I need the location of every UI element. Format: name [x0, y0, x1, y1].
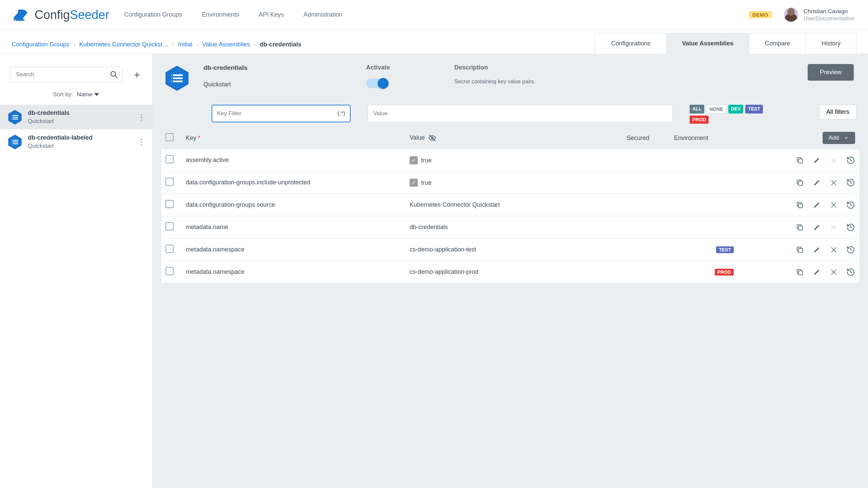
subheader: Configuration Groups › Kubernetes Connec… — [0, 30, 868, 54]
svg-marker-16 — [94, 93, 99, 96]
copy-button[interactable] — [795, 268, 804, 277]
row-checkbox[interactable] — [165, 222, 174, 230]
tab-compare[interactable]: Compare — [749, 33, 806, 54]
delete-button[interactable] — [829, 201, 838, 209]
user-menu[interactable]: Christian Cavegn UserDocumentation — [784, 7, 854, 22]
env-filter-chips: ALL NONE DEV TEST PROD — [690, 105, 764, 124]
row-checkbox[interactable] — [165, 267, 174, 275]
nav-config-groups[interactable]: Configuration Groups — [124, 11, 182, 18]
crumb-sep: › — [195, 42, 200, 47]
brand-config: Config — [35, 8, 70, 22]
delete-button[interactable] — [829, 245, 838, 254]
history-button[interactable] — [846, 178, 855, 187]
checked-icon — [410, 156, 418, 164]
edit-button[interactable] — [812, 223, 821, 232]
table-row: metadata.namespace cs-demo-application-p… — [161, 261, 859, 283]
cell-key: data.configuration-groups.source — [182, 194, 406, 216]
sort-control[interactable]: Sort by: Name — [0, 82, 152, 105]
sidebar-item-menu[interactable]: ⋮ — [137, 113, 145, 122]
sidebar-item-db-credentials[interactable]: db-credentials Quickstart ⋮ — [0, 105, 152, 129]
delete-button — [829, 156, 838, 165]
chip-all[interactable]: ALL — [690, 105, 704, 114]
crumb-initial[interactable]: Initial — [178, 41, 193, 48]
add-button[interactable]: Add — [823, 132, 855, 144]
content: db-credentials Quickstart Activate Descr… — [153, 54, 868, 488]
cell-value: Kubernetes Connector Quickstart — [410, 201, 500, 208]
crumb-value-assemblies[interactable]: Value Assemblies — [202, 41, 250, 48]
sidebar-item-db-credentials-labeled[interactable]: db-credentials-labeled Quickstart ⋮ — [0, 129, 152, 154]
cell-key: data.configuration-groups.include-unprot… — [182, 171, 406, 194]
search-input[interactable] — [16, 71, 110, 78]
tab-history[interactable]: History — [806, 33, 856, 54]
description-label: Description — [454, 64, 535, 71]
chip-prod[interactable]: PROD — [690, 116, 709, 124]
demo-badge: DEMO — [749, 11, 772, 18]
history-button[interactable] — [846, 268, 855, 277]
cell-value: cs-demo-application-prod — [410, 268, 478, 275]
row-checkbox[interactable] — [165, 200, 174, 208]
sidebar-item-sub: Quickstart — [28, 143, 93, 149]
history-button[interactable] — [846, 156, 855, 165]
nav-environments[interactable]: Environments — [202, 11, 239, 18]
select-all-checkbox[interactable] — [165, 133, 174, 141]
edit-button[interactable] — [812, 245, 821, 254]
edit-button[interactable] — [812, 268, 821, 277]
table-row: data.configuration-groups.source Kuberne… — [161, 194, 859, 216]
history-button[interactable] — [846, 201, 855, 209]
col-key: Key — [186, 135, 196, 141]
tab-value-assemblies[interactable]: Value Assemblies — [666, 33, 749, 54]
search-icon — [110, 70, 118, 79]
value-filter[interactable] — [368, 105, 673, 122]
row-checkbox[interactable] — [165, 155, 174, 163]
nav-api-keys[interactable]: API Keys — [259, 11, 284, 18]
key-filter[interactable]: (.*) — [212, 105, 351, 122]
user-org: UserDocumentation — [804, 15, 854, 22]
history-button[interactable] — [846, 245, 855, 254]
nav-administration[interactable]: Administration — [303, 11, 342, 18]
preview-button[interactable]: Preview — [808, 64, 854, 81]
chip-test[interactable]: TEST — [745, 105, 763, 114]
sidebar-item-menu[interactable]: ⋮ — [137, 137, 145, 147]
edit-button[interactable] — [812, 156, 821, 165]
copy-button[interactable] — [795, 223, 804, 232]
chip-dev[interactable]: DEV — [728, 105, 744, 114]
logo-icon — [12, 8, 30, 22]
key-filter-input[interactable] — [217, 110, 337, 117]
delete-button[interactable] — [829, 268, 838, 277]
copy-button[interactable] — [795, 201, 804, 209]
delete-button — [829, 223, 838, 232]
add-assembly-button[interactable]: ＋ — [132, 68, 142, 82]
activate-toggle[interactable] — [366, 79, 388, 88]
row-checkbox[interactable] — [165, 178, 174, 186]
tab-configurations[interactable]: Configurations — [595, 33, 666, 54]
value-filter-input[interactable] — [373, 110, 667, 117]
edit-button[interactable] — [812, 178, 821, 187]
crumb-config-groups[interactable]: Configuration Groups — [12, 41, 70, 48]
all-filters-button[interactable]: All filters — [819, 105, 856, 119]
top-nav: ConfigSeeder Configuration Groups Enviro… — [0, 0, 868, 30]
sidebar-search[interactable] — [10, 67, 122, 82]
copy-button[interactable] — [795, 178, 804, 187]
env-badge: PROD — [715, 269, 734, 276]
cell-value: true — [421, 157, 432, 163]
delete-button[interactable] — [829, 178, 838, 187]
chevron-down-icon — [844, 135, 849, 141]
assembly-icon — [7, 135, 22, 149]
user-name: Christian Cavegn — [804, 7, 854, 16]
logo[interactable]: ConfigSeeder — [12, 8, 109, 22]
copy-button[interactable] — [795, 245, 804, 254]
history-button[interactable] — [846, 223, 855, 232]
cell-key: metadata.namespace — [182, 239, 406, 261]
page-title: db-credentials — [203, 64, 353, 72]
row-checkbox[interactable] — [165, 245, 174, 253]
copy-button[interactable] — [795, 156, 804, 165]
assembly-icon — [164, 65, 190, 91]
crumb-connector[interactable]: Kubernetes Connector Quickst… — [79, 41, 169, 48]
sidebar: ＋ Sort by: Name db-credentials Quickstar… — [0, 54, 153, 488]
sidebar-item-sub: Quickstart — [28, 118, 70, 125]
eye-off-icon[interactable] — [428, 134, 436, 142]
cell-value: db-credentials — [410, 224, 448, 230]
chip-none[interactable]: NONE — [706, 105, 726, 114]
crumb-sep: › — [171, 42, 176, 47]
edit-button[interactable] — [812, 201, 821, 209]
